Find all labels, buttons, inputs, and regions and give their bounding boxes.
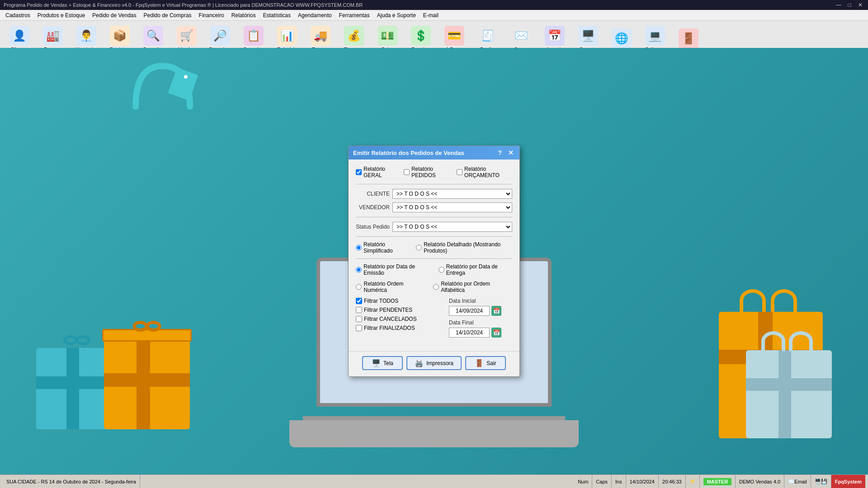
clientes-icon: 👤 — [9, 26, 29, 46]
filter-todos[interactable]: Filtrar TODOS — [356, 298, 442, 304]
order-by-row2: Relatório Ordem Numérica Relatório por O… — [356, 281, 512, 293]
radio-ordem-alfabetica-input[interactable] — [433, 284, 439, 290]
status-user-badge: MASTER — [700, 475, 736, 488]
recibo-icon: 🧾 — [478, 26, 498, 46]
status-pedido-label: Status Pedido — [356, 224, 390, 230]
checkbox-relatorio-geral[interactable]: Relatório GERAL — [356, 166, 397, 178]
suporte-icon: 🖥️ — [578, 26, 598, 46]
cliente-select[interactable]: >> T O D O S << — [392, 189, 512, 199]
radio-data-emissao-input[interactable] — [356, 267, 362, 273]
report-type-checkboxes: Relatório GERAL Relatório PEDIDOS Relató… — [356, 166, 512, 178]
status-icons: 🖥️ 💾 — [811, 475, 831, 488]
radio-data-entrega[interactable]: Relatório por Data de Entrega — [439, 263, 512, 276]
order-by-row1: Relatório por Data de Emissão Relatório … — [356, 263, 512, 276]
separator4 — [356, 258, 512, 259]
radio-detalhado[interactable]: Relatório Detalhado (Mostrando Produtos) — [416, 241, 512, 254]
impressora-button[interactable]: 🖨️ Impressora — [406, 356, 462, 370]
tela-icon: 🖥️ — [372, 359, 381, 367]
vendedor-select[interactable]: >> T O D O S << — [392, 202, 512, 212]
status-pedido-select[interactable]: >> T O D O S << — [392, 222, 512, 232]
menu-ferramentas[interactable]: Ferramentas — [335, 11, 373, 19]
close-icon[interactable]: ✕ — [856, 2, 864, 8]
vendas-icon: 🛒 — [177, 26, 197, 46]
checkbox-relatorio-orcamento[interactable]: Relatório ORÇAMENTO — [457, 166, 512, 178]
separator1 — [356, 184, 512, 184]
status-city: SUA CIDADE - RS 14 de Outubro de 2024 - … — [3, 475, 140, 488]
cliente-field-row: CLIENTE >> T O D O S << — [356, 189, 512, 199]
filter-cancelados[interactable]: Filtrar CANCELADOS — [356, 316, 442, 322]
agenda-icon: 📅 — [545, 26, 565, 46]
dates-col: Data Inicial 📅 Data Final 📅 — [449, 298, 512, 341]
receber-icon: 💲 — [411, 26, 431, 46]
status-num: Num — [574, 475, 592, 488]
modal-overlay: Emitir Relatório dos Pedidos de Vendas ?… — [0, 48, 868, 474]
data-final-calendar[interactable]: 📅 — [491, 328, 501, 338]
relatorio-icon: 📊 — [277, 26, 297, 46]
radio-simplificado[interactable]: Relatório Simplificado — [356, 241, 409, 254]
title-bar: Programa Pedido de Vendas + Estoque & Fi… — [0, 0, 868, 10]
radio-ordem-alfabetica[interactable]: Relatório por Ordem Alfabética — [433, 281, 512, 293]
produtos-icon: 📦 — [110, 26, 130, 46]
radio-simplificado-input[interactable] — [356, 244, 362, 251]
checkbox-relatorio-pedidos[interactable]: Relatório PEDIDOS — [404, 166, 450, 178]
filters-col: Filtrar TODOS Filtrar PENDENTES Filtrar … — [356, 298, 442, 341]
modal-title-bar: Emitir Relatório dos Pedidos de Vendas ?… — [349, 146, 519, 160]
radio-data-emissao[interactable]: Relatório por Data de Emissão — [356, 263, 431, 276]
a-pagar-icon: 💳 — [444, 26, 464, 46]
cartas-icon: ✉️ — [511, 26, 531, 46]
status-date: 14/10/2024 — [626, 475, 659, 488]
menu-estatisticas[interactable]: Estatísticas — [259, 11, 294, 19]
radio-detalhado-input[interactable] — [416, 244, 422, 251]
sair-button[interactable]: 🚪 Sair — [465, 356, 506, 370]
financas-icon: 💰 — [344, 26, 364, 46]
report-detail-radios: Relatório Simplificado Relatório Detalha… — [356, 241, 512, 254]
menu-cadastros[interactable]: Cadastros — [2, 11, 34, 19]
menu-produtos-estoque[interactable]: Produtos e Estoque — [34, 11, 89, 19]
cliente-label: CLIENTE — [356, 191, 390, 197]
relatorio-pedidos-input[interactable] — [404, 169, 410, 175]
radio-data-entrega-input[interactable] — [439, 267, 444, 273]
exit-icon: 🚪 — [679, 28, 698, 48]
sair-icon: 🚪 — [475, 359, 484, 367]
separator2 — [356, 217, 512, 217]
radio-ordem-numerica-input[interactable] — [356, 284, 362, 290]
status-ins: Ins — [612, 475, 626, 488]
modal-help-button[interactable]: ? — [496, 149, 504, 157]
modal-footer: 🖥️ Tela 🖨️ Impressora 🚪 Sair — [349, 351, 519, 376]
menu-email[interactable]: E-mail — [420, 11, 442, 19]
status-brand: FpqSystem — [831, 475, 865, 488]
menu-bar: Cadastros Produtos e Estoque Pedido de V… — [0, 10, 868, 21]
status-bar: SUA CIDADE - RS 14 de Outubro de 2024 - … — [0, 474, 868, 488]
data-inicial-input[interactable] — [449, 306, 490, 316]
filter-finalizados[interactable]: Filtrar FINALIZADOS — [356, 325, 442, 331]
tela-button[interactable]: 🖥️ Tela — [362, 356, 403, 370]
filter-pendentes[interactable]: Filtrar PENDENTES — [356, 307, 442, 313]
entrega-icon: 🚚 — [311, 26, 330, 46]
status-system: DEMO Vendas 4.0 — [736, 475, 784, 488]
radio-ordem-numerica[interactable]: Relatório Ordem Numérica — [356, 281, 426, 293]
filtrar-todos-input[interactable] — [356, 298, 362, 304]
filtrar-finalizados-input[interactable] — [356, 325, 362, 331]
fornece-icon: 🏭 — [43, 26, 63, 46]
maximize-icon[interactable]: □ — [845, 2, 854, 8]
data-inicial-calendar[interactable]: 📅 — [491, 306, 501, 316]
relatorio-geral-input[interactable] — [356, 169, 362, 175]
menu-ajuda-suporte[interactable]: Ajuda e Suporte — [373, 11, 420, 19]
data-final-input[interactable] — [449, 328, 490, 338]
minimize-icon[interactable]: — — [835, 2, 843, 8]
caixa-icon: 💵 — [377, 26, 397, 46]
menu-pedido-compras[interactable]: Pedido de Compras — [140, 11, 195, 19]
menu-relatorios[interactable]: Relatórios — [228, 11, 259, 19]
menu-financeiro[interactable]: Financeiro — [195, 11, 228, 19]
filtrar-cancelados-input[interactable] — [356, 316, 362, 322]
modal-close-button[interactable]: ✕ — [507, 149, 515, 157]
filters-dates-row: Filtrar TODOS Filtrar PENDENTES Filtrar … — [356, 298, 512, 341]
relatorio-orcamento-input[interactable] — [457, 169, 462, 175]
modal-title: Emitir Relatório dos Pedidos de Vendas — [353, 150, 464, 156]
filtrar-pendentes-input[interactable] — [356, 307, 362, 313]
separator3 — [356, 236, 512, 237]
menu-agendamento[interactable]: Agendamento — [294, 11, 335, 19]
vendedor-icon: 👨‍💼 — [76, 26, 96, 46]
menu-pedido-vendas[interactable]: Pedido de Vendas — [89, 11, 140, 19]
globe-icon: 🌐 — [612, 28, 632, 48]
